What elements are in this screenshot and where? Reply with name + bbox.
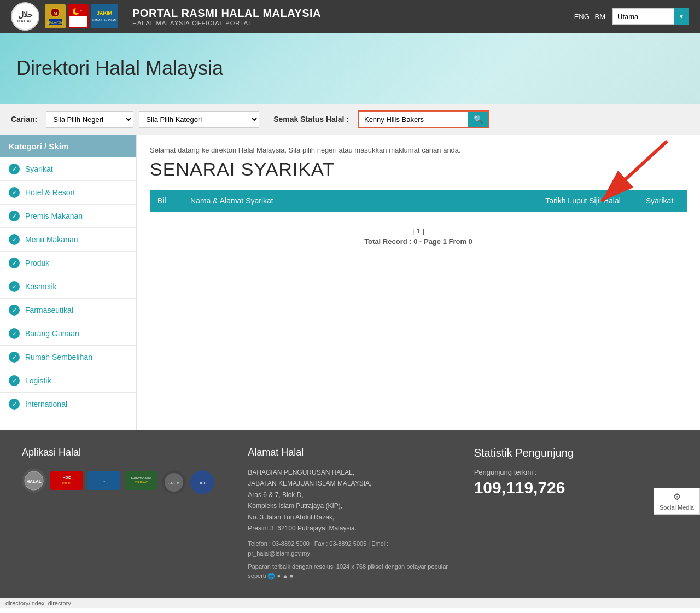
welcome-text: Selamat datang ke direktori Halal Malays… [150,146,687,154]
col-tarikh: Tarikh Luput Sijil Halal [534,190,632,212]
sidebar-item-label: Produk [25,259,49,267]
nav-select[interactable]: Utama Direktori Sijil Halal [612,8,689,25]
sidebar-item-international[interactable]: ✓ International [0,393,136,416]
svg-rect-8 [69,16,87,27]
sidebar-item-label: Farmaseutikal [25,306,73,314]
senarai-title: SENARAI SYARIKAT [150,159,687,180]
col-syarikat: Syarikat [632,190,687,212]
sidebar-item-label: Rumah Sembelihan [25,353,92,361]
social-media-button[interactable]: ⚙ Social Media [654,488,700,515]
sidebar-item-label: Menu Makanan [25,235,78,244]
alamat-line-5: No. 3 Jalan Tun Abdul Razak, [248,512,452,523]
check-icon: ✓ [9,211,20,221]
telefon-text: Telefon : 03-8892 5000 | Fax : 03-8892 5… [248,539,452,558]
check-icon: ✓ [9,187,20,198]
halal-logo: حلال HALAL [11,2,39,31]
portal-sub-title: HALAL MALAYSIA OFFICIAL PORTAL [132,20,321,26]
alamat-line-6: Presint 3, 62100 Putrajaya, Malaysia. [248,523,452,534]
svg-text:JAKIM: JAKIM [97,10,112,16]
footer-logo-4: SURUHANJAYA SYARIKAT [125,471,158,490]
sidebar-item-produk[interactable]: ✓ Produk [0,252,136,275]
results-table: Bil Nama & Alamat Syarikat Tarikh Luput … [150,190,687,220]
footer-aplikasi-title: Aplikasi Halal [22,447,226,458]
check-icon: ✓ [9,399,20,410]
logo-area: حلال HALAL M MALAYSIA [11,2,321,31]
sidebar-item-hotel[interactable]: ✓ Hotel & Resort [0,181,136,205]
check-icon: ✓ [9,328,20,339]
language-links: ENG BM [573,13,607,21]
pagination: [ 1 ] [150,227,687,235]
jakim-logos: M MALAYSIA [45,4,118,28]
sidebar-item-label: Premis Makanan [25,212,83,220]
svg-text:HALAL: HALAL [26,479,41,484]
semak-label: Semak Status Halal : [273,115,349,124]
svg-text:‹›: ‹› [103,480,105,483]
moon-star-icon [68,4,89,28]
col-bil: Bil [150,190,183,212]
footer-logo-3: ‹› [88,471,120,490]
status-url: directory/index_directory [5,600,71,606]
sidebar-item-label: Logistik [25,376,51,385]
pengunjung-label: Pengunjung terkini : [474,468,678,476]
footer-alamat-title: Alamat Halal [248,447,452,458]
alamat-line-3: Aras 6 & 7, Blok D, [248,489,452,500]
footer-alamat: Alamat Halal BAHAGIAN PENGURUSAN HALAL, … [248,447,452,581]
total-record: Total Record : 0 - Page 1 From 0 [150,237,687,246]
lang-bm[interactable]: BM [595,13,606,21]
banner: Direktori Halal Malaysia [0,33,700,104]
sidebar-item-kosmetik[interactable]: ✓ Kosmetik [0,275,136,299]
header-right: ENG BM Utama Direktori Sijil Halal [573,8,689,25]
footer-logo-1: HALAL [22,469,46,493]
browser-icons: 🌐 ● ▲ ■ [267,573,293,579]
svg-rect-19 [51,472,82,489]
malaysia-crest-icon: M MALAYSIA [45,4,66,28]
top-header: حلال HALAL M MALAYSIA [0,0,700,33]
portal-main-title: PORTAL RASMI HALAL MALAYSIA [132,7,321,20]
svg-text:SYARIKAT: SYARIKAT [135,481,148,484]
sidebar-item-logistik[interactable]: ✓ Logistik [0,369,136,393]
svg-text:HDC: HDC [198,481,206,485]
svg-rect-14 [92,6,116,27]
sidebar-header: Kategori / Skim [0,135,136,157]
content-area: Selamat datang ke direktori Halal Malays… [137,135,700,430]
sidebar: Kategori / Skim ✓ Syarikat ✓ Hotel & Res… [0,135,137,430]
footer-logo-5: JAKIM [162,470,186,494]
search-icon: 🔍 [474,115,483,124]
nav-select-wrapper[interactable]: Utama Direktori Sijil Halal [612,8,689,25]
svg-text:MALAYSIA: MALAYSIA [47,21,63,24]
portal-title-block: PORTAL RASMI HALAL MALAYSIA HALAL MALAYS… [132,7,321,26]
sidebar-item-premis[interactable]: ✓ Premis Makanan [0,205,136,228]
footer: Aplikasi Halal HALAL HDC HALAL [0,430,700,598]
kategori-select[interactable]: Sila Pilih Kategori [139,111,259,128]
footer-logos: HALAL HDC HALAL ‹› [22,467,226,494]
sidebar-item-barang[interactable]: ✓ Barang Gunaan [0,322,136,346]
negeri-select[interactable]: Sila Pilih Negeri [46,111,133,128]
sidebar-item-rumah[interactable]: ✓ Rumah Sembelihan [0,346,136,369]
check-icon: ✓ [9,352,20,363]
statistik-title: Statistik Pengunjung [474,447,678,459]
alamat-line-4: Kompleks Islam Putrajaya (KIP), [248,500,452,511]
sidebar-item-label: Barang Gunaan [25,329,79,338]
table-empty-row [150,212,687,220]
sidebar-item-syarikat[interactable]: ✓ Syarikat [0,157,136,181]
search-button[interactable]: 🔍 [468,112,488,127]
svg-text:HDC: HDC [62,476,71,480]
footer-aplikasi: Aplikasi Halal HALAL HDC HALAL [22,447,226,581]
search-bar: Carian: Sila Pilih Negeri Sila Pilih Kat… [0,104,700,135]
svg-text:SURUHANJAYA: SURUHANJAYA [131,476,151,480]
check-icon: ✓ [9,305,20,316]
lang-eng[interactable]: ENG [574,13,590,21]
sidebar-item-label: Syarikat [25,165,53,173]
footer-logo-2: HDC HALAL [50,471,83,490]
sidebar-item-farmaseutikal[interactable]: ✓ Farmaseutikal [0,299,136,322]
alamat-text: BAHAGIAN PENGURUSAN HALAL, JABATAN KEMAJ… [248,467,452,534]
social-media-label: Social Media [660,504,694,511]
check-icon: ✓ [9,164,20,174]
svg-rect-10 [69,16,87,17]
sidebar-item-label: Hotel & Resort [25,188,75,197]
footer-statistik: Statistik Pengunjung Pengunjung terkini … [474,447,678,581]
jakim-icon: JAKIM KEMAJUAN ISLAM [91,4,118,28]
search-input[interactable] [359,112,468,127]
col-nama: Nama & Alamat Syarikat [183,190,534,212]
sidebar-item-menu[interactable]: ✓ Menu Makanan [0,228,136,252]
